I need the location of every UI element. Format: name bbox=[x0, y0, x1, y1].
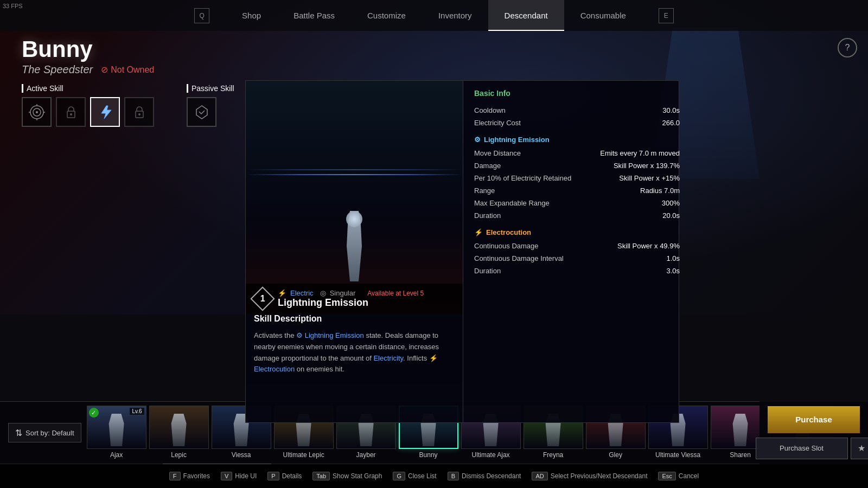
key-badge: Esc bbox=[658, 472, 675, 480]
cont-dmg-value: Skill Power x 49.9% bbox=[617, 242, 680, 250]
char-name-freyna: Freyna bbox=[524, 449, 583, 459]
top-nav: Q Shop Battle Pass Customize Inventory D… bbox=[0, 0, 868, 31]
shortcut-label: Details bbox=[282, 472, 302, 480]
nav-q-key[interactable]: Q bbox=[178, 0, 226, 31]
nav-descendant[interactable]: Descendant bbox=[488, 0, 564, 31]
nav-customize[interactable]: Customize bbox=[351, 0, 422, 31]
favorite-icon: ★ bbox=[858, 443, 865, 453]
svg-point-10 bbox=[138, 113, 141, 115]
nav-e-key[interactable]: E bbox=[642, 0, 690, 31]
damage-label: Damage bbox=[474, 162, 501, 170]
skill-name: Lightning Emission bbox=[278, 297, 424, 309]
char-name-viessa: Viessa bbox=[212, 449, 271, 459]
shortcut-g: GClose List bbox=[393, 472, 436, 480]
per10-label: Per 10% of Electricity Retained bbox=[474, 174, 571, 182]
ownership-status: ⊘ Not Owned bbox=[101, 65, 154, 75]
skill-info-bar: 1 ⚡ Electric ◎ Singular Available at L bbox=[246, 284, 463, 314]
cont-dmg-interval-row: Continuous Damage Interval 1.0s bbox=[474, 252, 680, 265]
shortcut-label: Show Stat Graph bbox=[333, 472, 382, 480]
highlight-lightning-emission: ⚙ Lightning Emission bbox=[296, 331, 364, 339]
range-row: Range Radius 7.0m bbox=[474, 184, 680, 197]
skill-tag-electric: ⚡ Electric bbox=[278, 289, 314, 297]
char-name-gley: Gley bbox=[586, 449, 646, 459]
key-badge: B bbox=[448, 472, 459, 480]
duration-row: Duration 20.0s bbox=[474, 209, 680, 222]
not-owned-icon: ⊘ bbox=[101, 65, 108, 75]
shortcut-ad: ADSelect Previous/Next Descendant bbox=[532, 472, 647, 480]
active-skill-group: Active Skill bbox=[22, 84, 154, 127]
shortcut-f: FFavorites bbox=[169, 472, 210, 480]
lightning-icon: ⚙ bbox=[474, 136, 481, 144]
energy-wave-2 bbox=[246, 169, 463, 170]
char-name-uajax: Ultimate Ajax bbox=[461, 449, 521, 459]
key-badge: F bbox=[169, 472, 181, 480]
elec-cost-label: Electricity Cost bbox=[474, 119, 521, 127]
cont-dmg-label: Continuous Damage bbox=[474, 242, 539, 250]
key-badge: Tab bbox=[312, 472, 330, 480]
key-badge: G bbox=[393, 472, 405, 480]
active-skill-1[interactable] bbox=[22, 97, 52, 127]
passive-skill-icons bbox=[187, 97, 234, 127]
active-skill-4[interactable] bbox=[124, 97, 154, 127]
active-skill-label: Active Skill bbox=[22, 84, 154, 93]
electrocution-section: ⚡ Electrocution bbox=[474, 228, 680, 236]
skills-section: Active Skill Passive Skill bbox=[22, 84, 234, 127]
move-dist-value: Emits every 7.0 m moved bbox=[600, 149, 680, 157]
char-card-lepic[interactable]: Lepic bbox=[149, 406, 209, 460]
active-skill-3[interactable] bbox=[90, 97, 120, 127]
key-badge: V bbox=[221, 472, 232, 480]
elec-duration-value: 3.0s bbox=[666, 267, 680, 275]
active-skill-2[interactable] bbox=[56, 97, 86, 127]
max-range-label: Max Expandable Range bbox=[474, 199, 550, 207]
shortcut-label: Dismiss Descendant bbox=[462, 472, 521, 480]
shortcut-tab: TabShow Stat Graph bbox=[312, 472, 382, 480]
skill-tag-singular: ◎ Singular bbox=[320, 289, 356, 297]
electrocution-section-icon: ⚡ bbox=[474, 228, 483, 236]
level-badge-ajax: Lv.6 bbox=[130, 408, 144, 415]
highlight-electrocution: Electrocution bbox=[254, 365, 295, 373]
range-label: Range bbox=[474, 187, 495, 195]
per10-value: Skill Power x +15% bbox=[619, 174, 680, 182]
shortcuts-bar: FFavoritesVHide UIPDetailsTabShow Stat G… bbox=[0, 464, 868, 488]
lightning-emission-section: ⚙ Lightning Emission bbox=[474, 136, 680, 144]
electricity-cost-row: Electricity Cost 266.0 bbox=[474, 117, 680, 129]
nav-consumable[interactable]: Consumable bbox=[564, 0, 642, 31]
purchase-button[interactable]: Purchase bbox=[768, 406, 860, 433]
elec-duration-label: Duration bbox=[474, 267, 501, 275]
move-dist-label: Move Distance bbox=[474, 149, 521, 157]
nav-battlepass[interactable]: Battle Pass bbox=[277, 0, 351, 31]
shortcut-v: VHide UI bbox=[221, 472, 257, 480]
skill-panel: 1 ⚡ Electric ◎ Singular Available at L bbox=[245, 80, 679, 423]
key-badge: P bbox=[267, 472, 279, 480]
not-owned-label: Not Owned bbox=[111, 65, 154, 75]
svg-point-2 bbox=[36, 111, 38, 113]
move-dist-row: Move Distance Emits every 7.0 m moved bbox=[474, 147, 680, 159]
svg-point-8 bbox=[70, 113, 72, 115]
purchase-slot-button[interactable]: Purchase Slot bbox=[756, 438, 848, 459]
nav-shop[interactable]: Shop bbox=[226, 0, 277, 31]
active-skill-icons bbox=[22, 97, 154, 127]
key-badge: AD bbox=[532, 472, 547, 480]
owned-badge-ajax: ✓ bbox=[89, 408, 99, 418]
duration-label: Duration bbox=[474, 211, 501, 220]
shortcut-p: PDetails bbox=[267, 472, 302, 480]
help-button[interactable]: ? bbox=[838, 38, 857, 57]
elec-duration-row: Duration 3.0s bbox=[474, 265, 680, 277]
energy-wave-1 bbox=[246, 174, 463, 175]
cooldown-value: 30.0s bbox=[662, 106, 680, 114]
character-title: The Speedster bbox=[22, 63, 93, 76]
basic-info-panel: Basic Info Cooldown 30.0s Electricity Co… bbox=[463, 81, 691, 422]
char-name-jayber: Jayber bbox=[336, 449, 396, 459]
favorite-button[interactable]: ★ bbox=[851, 438, 869, 459]
char-card-ajax[interactable]: Lv.6 ✓ Ajax bbox=[87, 406, 146, 460]
sort-button[interactable]: ⇅ Sort by: Default bbox=[8, 423, 81, 442]
passive-skill-1[interactable] bbox=[187, 97, 216, 127]
nav-inventory[interactable]: Inventory bbox=[422, 0, 488, 31]
per10-row: Per 10% of Electricity Retained Skill Po… bbox=[474, 172, 680, 184]
cont-dmg-row: Continuous Damage Skill Power x 49.9% bbox=[474, 240, 680, 252]
basic-info-title: Basic Info bbox=[474, 89, 680, 98]
passive-skill-label: Passive Skill bbox=[187, 84, 234, 93]
character-name: Bunny bbox=[22, 38, 154, 61]
purchase-area: Purchase Purchase Slot ★ bbox=[760, 401, 868, 464]
preview-character bbox=[333, 211, 376, 281]
